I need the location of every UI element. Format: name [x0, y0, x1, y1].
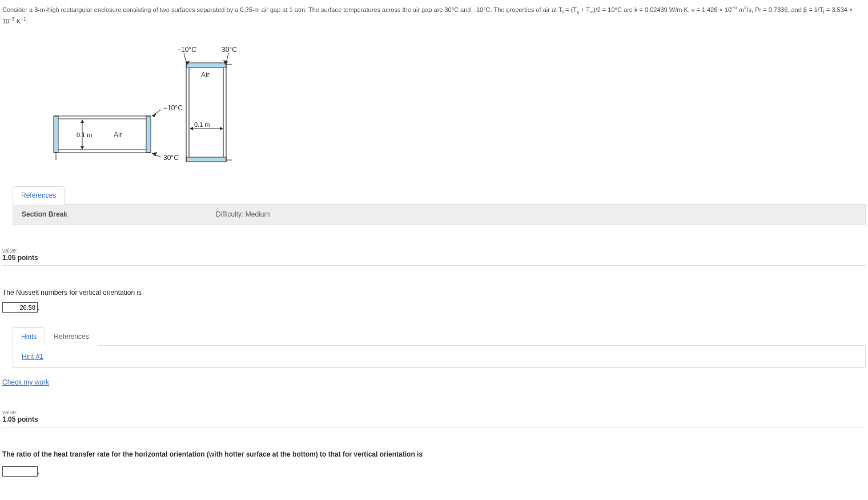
q2-answer-input[interactable]: [2, 466, 38, 477]
svg-rect-17: [54, 116, 58, 153]
tab-references[interactable]: References: [45, 327, 97, 346]
superscript: −5: [732, 5, 737, 10]
svg-marker-24: [152, 113, 156, 117]
q1-text: The Nusselt numbers for vertical orienta…: [2, 289, 866, 297]
check-my-work-link[interactable]: Check my work: [2, 378, 49, 386]
problem-text-part: = (T: [564, 6, 577, 13]
value-label: value:: [2, 409, 866, 415]
q1-tabs: Hints References: [13, 327, 866, 346]
tab-hints[interactable]: Hints: [13, 327, 45, 346]
svg-text:0.1 m: 0.1 m: [194, 121, 210, 128]
value-label: value:: [2, 247, 866, 254]
svg-text:Air: Air: [201, 71, 210, 79]
q1-answer-input[interactable]: [2, 302, 38, 313]
problem-text-part: K: [15, 18, 21, 25]
svg-rect-0: [186, 157, 226, 162]
problem-text-part: m: [737, 6, 744, 13]
svg-rect-1: [186, 63, 226, 67]
tab-references[interactable]: References: [13, 186, 65, 205]
period: .: [38, 303, 39, 311]
q2-answer-row: .: [2, 466, 866, 477]
svg-text:−10°C: −10°C: [177, 46, 196, 54]
hints-panel: Hint #1: [13, 346, 866, 368]
svg-rect-18: [146, 116, 151, 153]
svg-marker-12: [220, 127, 223, 130]
svg-marker-28: [81, 146, 84, 150]
superscript: −3: [9, 17, 14, 22]
problem-text-part: + T: [579, 6, 590, 13]
problem-statement: Consider a 3-m-high rectangular enclosur…: [2, 5, 866, 26]
difficulty-label: Difficulty: Medium: [216, 210, 270, 218]
q2-text: The ratio of the heat transfer rate for …: [2, 450, 866, 458]
svg-marker-11: [190, 127, 193, 130]
svg-text:30°C: 30°C: [163, 154, 179, 162]
section-break-label: Section Break: [22, 210, 216, 218]
hint-1-link[interactable]: Hint #1: [22, 353, 43, 361]
svg-marker-27: [81, 119, 84, 123]
svg-text:Air: Air: [114, 131, 122, 139]
svg-text:30°C: 30°C: [222, 46, 237, 54]
svg-text:−10°C: −10°C: [163, 104, 183, 112]
enclosure-diagram: −10°C 30°C Air 0.1 m −10°C 30°C 0.1 m Ai…: [42, 37, 242, 174]
points-value: 1.05 points: [2, 254, 866, 266]
problem-text-part: /s, Pr = 0.7336, and β = 1/T: [746, 6, 823, 13]
points-value: 1.05 points: [2, 415, 866, 427]
svg-text:0.1 m: 0.1 m: [77, 131, 93, 138]
problem-text-part: Consider a 3-m-high rectangular enclosur…: [2, 6, 562, 13]
svg-marker-25: [152, 152, 157, 157]
problem-text-part: .: [26, 18, 27, 25]
top-tabs: References: [13, 186, 866, 205]
period: .: [38, 467, 39, 475]
problem-text-part: )/2 = 10°C are k = 0.02439 W/m·K, ν = 1.…: [593, 6, 732, 13]
section-break-bar: Section Break Difficulty: Medium: [13, 205, 866, 225]
q1-answer-row: .: [2, 302, 866, 313]
